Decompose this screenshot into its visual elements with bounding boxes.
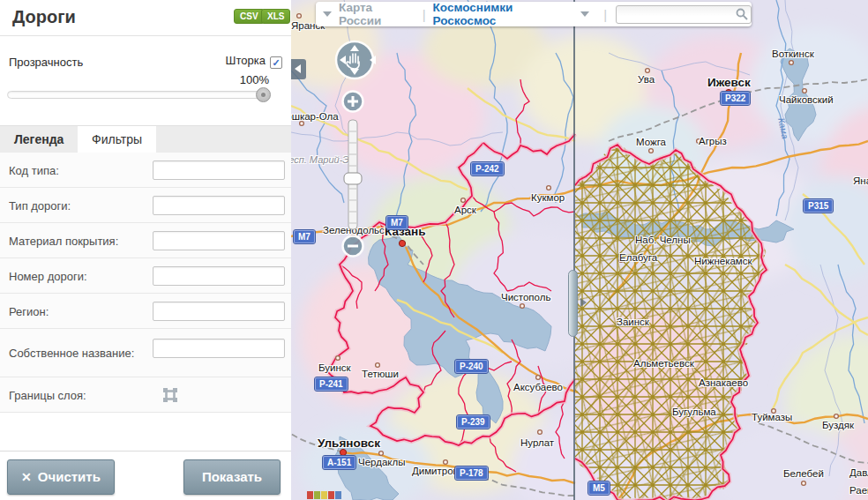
pan-control[interactable] — [336, 41, 376, 78]
surface-material-input[interactable] — [153, 231, 285, 250]
tab-filters[interactable]: Фильтры — [78, 126, 156, 153]
page-title: Дороги — [12, 7, 76, 27]
field-label: Код типа: — [9, 162, 146, 177]
chevron-down-icon[interactable] — [323, 11, 332, 17]
filters-sidebar: Дороги CSV XLS Прозрачность Шторка✓ 100%… — [0, 0, 291, 500]
collapse-sidebar-button[interactable] — [291, 59, 306, 79]
curtain-divider — [573, 0, 575, 500]
transparency-slider-handle[interactable] — [256, 87, 271, 102]
filter-row-road-type: Тип дороги: — [0, 188, 291, 223]
active-layer-option[interactable]: Космоснимки Роскосмос — [433, 1, 574, 27]
filter-row-own-name: Собственное название: — [0, 329, 291, 377]
polygon-frame-icon[interactable] — [163, 388, 177, 402]
road-type-input[interactable] — [153, 196, 285, 215]
zoom-in-button[interactable] — [343, 92, 363, 112]
filter-row-road-number: Номер дороги: — [0, 258, 291, 294]
own-name-input[interactable] — [153, 339, 285, 358]
field-label: Собственное название: — [9, 346, 146, 361]
field-label: Материал покрытия: — [9, 233, 146, 248]
map-search-input[interactable] — [616, 5, 752, 24]
separator: | — [423, 7, 426, 22]
curtain-checkbox[interactable]: ✓ — [270, 56, 282, 69]
curtain-label: Шторка — [226, 54, 266, 67]
base-layer-option[interactable]: Карта России — [339, 1, 415, 27]
chevron-down-icon[interactable] — [580, 11, 589, 17]
zoom-out-button[interactable] — [343, 236, 363, 257]
road-number-input[interactable] — [153, 266, 285, 286]
clear-button[interactable]: ✕Очистить — [7, 459, 115, 495]
transparency-value: 100% — [240, 73, 269, 86]
tabstrip: Легенда Фильтры — [0, 125, 291, 153]
magnifier-icon[interactable] — [736, 8, 748, 20]
map-search — [616, 5, 752, 24]
filter-row-surface-material: Материал покрытия: — [0, 223, 291, 258]
export-csv-button[interactable]: CSV — [234, 9, 265, 24]
separator: | — [603, 7, 607, 22]
clear-x-icon: ✕ — [21, 470, 32, 484]
zoom-slider-handle[interactable] — [344, 173, 362, 184]
tab-legend[interactable]: Легенда — [0, 126, 78, 153]
layer-switcher-bar: Карта России | Космоснимки Роскосмос | — [316, 2, 752, 26]
filter-row-layer-bounds: Границы слоя: — [0, 377, 291, 413]
field-label: Тип дороги: — [9, 198, 146, 213]
transparency-slider[interactable] — [7, 91, 269, 99]
export-xls-button[interactable]: XLS — [261, 9, 290, 24]
sidebar-header: Дороги CSV XLS — [0, 0, 291, 36]
curtain-handle[interactable] — [568, 270, 578, 337]
map-canvas[interactable]: ЯранскЙошкар-ОлаРесп. Марий-ЭлЗеленодоль… — [291, 0, 868, 500]
transparency-label: Прозрачность — [9, 56, 83, 69]
field-label: Регион: — [9, 303, 146, 318]
field-label: Границы слоя: — [9, 387, 146, 402]
curtain-toggle[interactable]: Шторка✓ — [226, 54, 282, 69]
show-button[interactable]: Показать — [183, 459, 281, 495]
curtain-arrow-icon — [580, 298, 587, 307]
field-label: Номер дороги: — [9, 268, 146, 283]
filter-row-region: Регион: — [0, 294, 291, 329]
region-input[interactable] — [153, 302, 285, 321]
type-code-input[interactable] — [153, 160, 285, 180]
filter-rows: Код типа: Тип дороги: Материал покрытия:… — [0, 153, 291, 413]
sidebar-actions: ✕Очистить Показать — [0, 451, 291, 500]
zoom-slider[interactable] — [344, 120, 362, 229]
filter-row-type-code: Код типа: — [0, 153, 291, 188]
